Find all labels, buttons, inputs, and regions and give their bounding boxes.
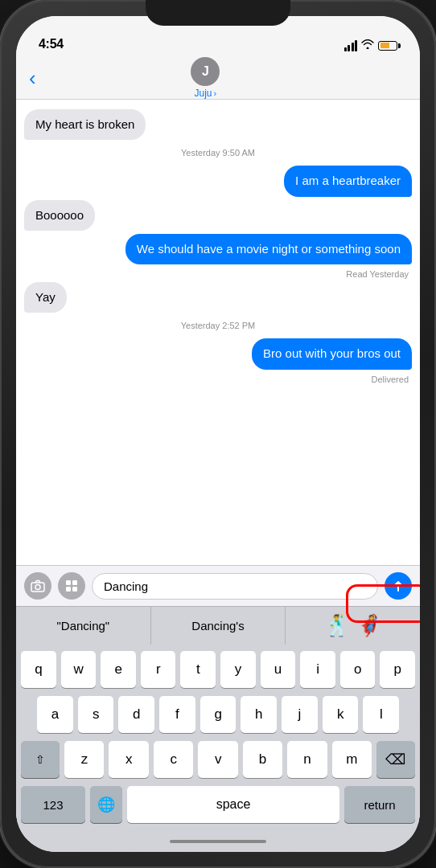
key-row-1: q w e r t y u i o p xyxy=(21,651,415,688)
svg-rect-2 xyxy=(66,580,71,585)
key-m[interactable]: m xyxy=(332,741,372,778)
contact-name-text: Juju xyxy=(194,88,212,99)
list-item: Yay xyxy=(24,282,412,313)
list-item: I am a heartbreaker xyxy=(24,166,412,196)
message-bubble-right: Bro out with your bros out xyxy=(252,338,412,369)
key-e[interactable]: e xyxy=(101,651,136,688)
key-a[interactable]: a xyxy=(37,696,73,733)
delivered-receipt: Delivered xyxy=(24,375,412,384)
home-indicator xyxy=(16,831,420,852)
key-row-2: a s d f g h j k l xyxy=(21,696,415,733)
key-o[interactable]: o xyxy=(340,651,376,688)
return-label: return xyxy=(364,798,395,812)
key-f[interactable]: f xyxy=(159,696,195,733)
read-receipt: Read Yesterday xyxy=(24,269,412,279)
keyboard: q w e r t y u i o p a s d f g h j k xyxy=(16,645,420,831)
key-t[interactable]: t xyxy=(180,651,216,688)
key-j[interactable]: j xyxy=(282,696,318,733)
phone-frame: 4:54 xyxy=(0,0,436,868)
notch xyxy=(146,0,290,26)
key-c[interactable]: c xyxy=(154,741,193,778)
globe-icon: 🌐 xyxy=(97,796,115,813)
back-button[interactable]: ‹ xyxy=(29,68,36,88)
key-q[interactable]: q xyxy=(21,651,56,688)
camera-button[interactable] xyxy=(24,572,51,600)
predictive-item-1[interactable]: "Dancing" xyxy=(16,607,151,645)
svg-rect-5 xyxy=(72,587,77,592)
globe-key[interactable]: 🌐 xyxy=(90,786,122,823)
svg-rect-0 xyxy=(31,583,44,592)
send-button[interactable] xyxy=(385,572,412,600)
key-h[interactable]: h xyxy=(241,696,277,733)
status-time: 4:54 xyxy=(39,37,64,51)
predictive-item-2[interactable]: Dancing's xyxy=(151,607,286,645)
list-item: We should have a movie night or somethin… xyxy=(24,234,412,264)
message-bubble-left: My heart is broken xyxy=(24,109,146,140)
svg-rect-4 xyxy=(66,587,71,592)
space-key[interactable]: space xyxy=(127,786,339,823)
key-r[interactable]: r xyxy=(141,651,176,688)
key-y[interactable]: y xyxy=(220,651,256,688)
emoji-superhero-icon[interactable]: 🦸 xyxy=(356,613,382,638)
key-row-3: ⇧ z x c v b n m ⌫ xyxy=(21,741,415,778)
key-u[interactable]: u xyxy=(261,651,296,688)
contact-info[interactable]: J Juju › xyxy=(191,57,220,99)
back-chevron-icon: ‹ xyxy=(29,68,36,88)
key-k[interactable]: k xyxy=(323,696,359,733)
message-input[interactable]: Dancing xyxy=(92,573,378,600)
phone-screen: 4:54 xyxy=(16,16,420,852)
message-text: I am a heartbreaker xyxy=(295,174,401,187)
chat-area: My heart is broken Yesterday 9:50 AM I a… xyxy=(16,100,420,565)
home-bar xyxy=(170,840,266,843)
emoji-suggestions: 🕺 🦸 xyxy=(324,613,382,638)
space-label: space xyxy=(216,797,251,812)
message-text: Yay xyxy=(35,290,56,304)
list-item: Boooooo xyxy=(24,200,412,231)
predictive-bar: "Dancing" Dancing's 🕺 🦸 xyxy=(16,606,420,645)
nav-bar: ‹ J Juju › xyxy=(16,56,420,100)
timestamp: Yesterday 2:52 PM xyxy=(24,321,412,330)
svg-rect-3 xyxy=(72,580,77,585)
message-bubble-right: We should have a movie night or somethin… xyxy=(125,234,412,264)
key-x[interactable]: x xyxy=(109,741,148,778)
delete-key[interactable]: ⌫ xyxy=(376,741,415,778)
key-n[interactable]: n xyxy=(287,741,327,778)
key-z[interactable]: z xyxy=(64,741,104,778)
input-value: Dancing xyxy=(104,579,366,593)
key-s[interactable]: s xyxy=(78,696,114,733)
key-g[interactable]: g xyxy=(200,696,237,733)
key-v[interactable]: v xyxy=(198,741,237,778)
svg-point-1 xyxy=(35,585,40,590)
message-bubble-right: I am a heartbreaker xyxy=(284,166,412,196)
battery-icon xyxy=(378,41,397,51)
list-item: Bro out with your bros out xyxy=(24,338,412,369)
predictive-text-1: "Dancing" xyxy=(56,619,109,633)
key-b[interactable]: b xyxy=(243,741,282,778)
numbers-key[interactable]: 123 xyxy=(21,786,85,823)
key-w[interactable]: w xyxy=(61,651,97,688)
shift-key[interactable]: ⇧ xyxy=(21,741,60,778)
signal-icon xyxy=(344,40,358,51)
timestamp: Yesterday 9:50 AM xyxy=(24,148,412,158)
return-key[interactable]: return xyxy=(344,786,415,823)
status-icons xyxy=(344,39,398,51)
input-area: Dancing xyxy=(16,565,420,606)
message-text: Boooooo xyxy=(35,208,84,222)
numbers-label: 123 xyxy=(43,798,63,812)
key-p[interactable]: p xyxy=(380,651,415,688)
key-l[interactable]: l xyxy=(363,696,399,733)
emoji-dancer-icon[interactable]: 🕺 xyxy=(324,613,350,638)
key-row-4: 123 🌐 space return xyxy=(21,786,415,823)
message-text: My heart is broken xyxy=(35,117,134,131)
predictive-text-2: Dancing's xyxy=(191,619,244,633)
key-i[interactable]: i xyxy=(300,651,335,688)
contact-chevron-icon: › xyxy=(214,88,217,98)
message-text: We should have a movie night or somethin… xyxy=(137,242,401,256)
message-bubble-left: Yay xyxy=(24,282,67,313)
predictive-item-3[interactable]: 🕺 🦸 xyxy=(286,607,420,645)
battery-fill xyxy=(380,43,389,48)
contact-name-row: Juju › xyxy=(194,88,216,99)
avatar: J xyxy=(191,57,220,86)
appstore-button[interactable] xyxy=(58,572,85,600)
key-d[interactable]: d xyxy=(118,696,154,733)
